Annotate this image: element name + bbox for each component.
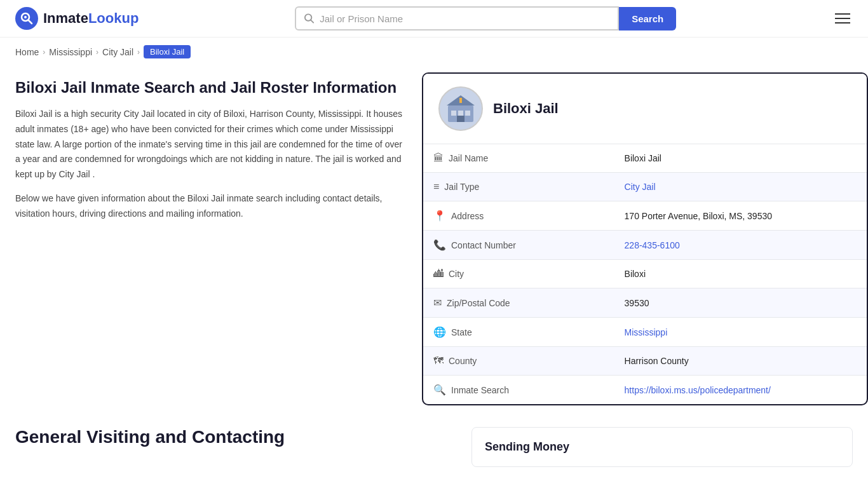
table-row: 🌐StateMississippi xyxy=(423,318,867,347)
bottom-left: General Visiting and Contacting xyxy=(15,427,456,467)
row-icon: 🔍 xyxy=(433,384,446,396)
row-value: 170 Porter Avenue, Biloxi, MS, 39530 xyxy=(614,201,867,231)
menu-line-1 xyxy=(835,13,850,15)
row-label: 🏙City xyxy=(423,260,550,288)
table-row: 🏙CityBiloxi xyxy=(423,260,867,288)
row-value[interactable]: City Jail xyxy=(614,173,867,201)
search-icon xyxy=(304,13,315,24)
row-icon: 🗺 xyxy=(433,355,444,367)
table-row: 🔍Inmate Searchhttps://biloxi.ms.us/polic… xyxy=(423,376,867,405)
main-content: Biloxi Jail Inmate Search and Jail Roste… xyxy=(0,66,868,405)
table-row: ✉Zip/Postal Code39530 xyxy=(423,288,867,318)
logo-link[interactable]: InmateLookup xyxy=(15,7,139,30)
bottom-section: General Visiting and Contacting Sending … xyxy=(0,412,868,482)
row-value-link[interactable]: City Jail xyxy=(625,182,656,192)
description-paragraph-1: Biloxi Jail is a high security City Jail… xyxy=(15,107,403,182)
breadcrumb-sep-1: › xyxy=(43,48,45,57)
menu-button[interactable] xyxy=(832,11,853,26)
menu-line-2 xyxy=(835,18,850,19)
row-icon: ✉ xyxy=(433,297,442,309)
breadcrumb-current: Biloxi Jail xyxy=(144,45,191,58)
search-button[interactable]: Search xyxy=(619,7,676,30)
row-value[interactable]: 228-435-6100 xyxy=(614,231,867,260)
breadcrumb-city-jail[interactable]: City Jail xyxy=(102,47,133,57)
table-row: ≡Jail TypeCity Jail xyxy=(423,173,867,201)
table-row: 📍Address170 Porter Avenue, Biloxi, MS, 3… xyxy=(423,201,867,231)
row-label: ✉Zip/Postal Code xyxy=(423,288,550,317)
search-input[interactable] xyxy=(320,13,610,24)
row-label: 🗺County xyxy=(423,347,550,375)
info-table: 🏛Jail NameBiloxi Jail≡Jail TypeCity Jail… xyxy=(423,144,867,404)
table-row: 📞Contact Number228-435-6100 xyxy=(423,231,867,260)
row-value[interactable]: https://biloxi.ms.us/policedepartment/ xyxy=(614,376,867,405)
sending-money-card: Sending Money xyxy=(471,427,853,467)
breadcrumb: Home › Mississippi › City Jail › Biloxi … xyxy=(0,37,868,66)
logo-text: InmateLookup xyxy=(43,10,139,27)
sending-money-title: Sending Money xyxy=(485,440,839,454)
row-icon: 📍 xyxy=(433,210,446,222)
row-value: Harrison County xyxy=(614,347,867,376)
search-bar: Search xyxy=(295,6,676,30)
breadcrumb-mississippi[interactable]: Mississippi xyxy=(49,47,92,57)
svg-line-4 xyxy=(311,20,313,22)
svg-rect-11 xyxy=(459,98,462,103)
page-title: Biloxi Jail Inmate Search and Jail Roste… xyxy=(15,79,403,97)
svg-rect-7 xyxy=(451,111,456,116)
row-icon: 🏙 xyxy=(433,268,444,280)
menu-line-3 xyxy=(835,22,850,24)
left-column: Biloxi Jail Inmate Search and Jail Roste… xyxy=(15,66,422,405)
jail-card-header: Biloxi Jail xyxy=(423,74,867,144)
row-value: Biloxi xyxy=(614,260,867,288)
row-icon: 📞 xyxy=(433,239,446,251)
breadcrumb-sep-3: › xyxy=(137,48,140,57)
jail-avatar xyxy=(438,86,483,131)
table-row: 🏛Jail NameBiloxi Jail xyxy=(423,144,867,173)
row-icon: 🌐 xyxy=(433,326,446,338)
jail-card: Biloxi Jail 🏛Jail NameBiloxi Jail≡Jail T… xyxy=(422,72,868,405)
row-value[interactable]: Mississippi xyxy=(614,318,867,347)
row-icon: ≡ xyxy=(433,181,439,193)
search-input-wrapper xyxy=(295,6,619,30)
row-label: 🔍Inmate Search xyxy=(423,376,550,404)
row-label: 🏛Jail Name xyxy=(423,144,550,172)
row-value-link[interactable]: Mississippi xyxy=(625,327,668,337)
right-column: Biloxi Jail 🏛Jail NameBiloxi Jail≡Jail T… xyxy=(422,66,868,405)
row-label: 📞Contact Number xyxy=(423,231,550,259)
row-value-link[interactable]: 228-435-6100 xyxy=(625,240,680,250)
header: InmateLookup Search xyxy=(0,0,868,37)
svg-rect-10 xyxy=(457,116,465,122)
row-value: 39530 xyxy=(614,288,867,318)
svg-rect-9 xyxy=(465,111,470,116)
logo-icon xyxy=(15,7,38,30)
svg-rect-8 xyxy=(458,111,463,116)
row-value: Biloxi Jail xyxy=(614,144,867,173)
svg-line-1 xyxy=(29,20,32,24)
row-label: 🌐State xyxy=(423,318,550,346)
row-label: ≡Jail Type xyxy=(423,173,550,201)
row-icon: 🏛 xyxy=(433,152,444,164)
breadcrumb-sep-2: › xyxy=(96,48,98,57)
jail-card-title: Biloxi Jail xyxy=(493,100,559,117)
table-row: 🗺CountyHarrison County xyxy=(423,347,867,376)
row-label: 📍Address xyxy=(423,201,550,230)
row-value-link[interactable]: https://biloxi.ms.us/policedepartment/ xyxy=(625,385,771,395)
general-visiting-heading: General Visiting and Contacting xyxy=(15,427,456,447)
description-paragraph-2: Below we have given information about th… xyxy=(15,191,403,222)
breadcrumb-home[interactable]: Home xyxy=(15,47,39,57)
svg-point-2 xyxy=(24,16,27,18)
